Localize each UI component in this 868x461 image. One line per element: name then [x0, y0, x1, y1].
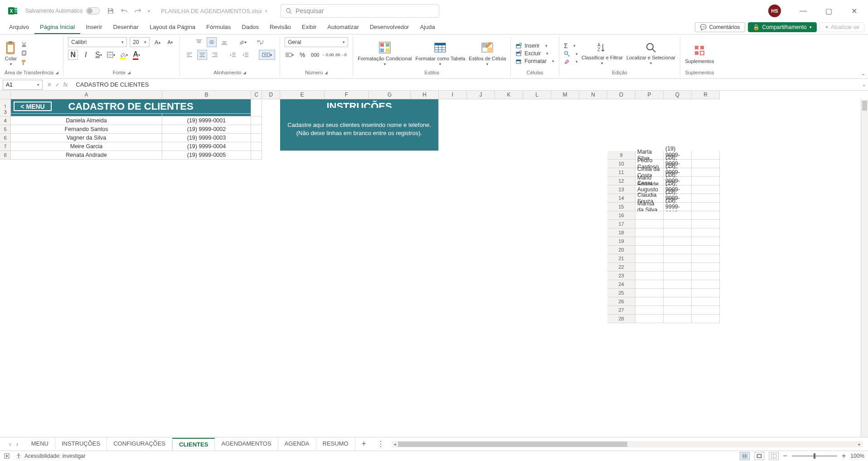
qat-customize-icon[interactable]: ▾ [148, 9, 150, 14]
cell-M7[interactable] [551, 142, 579, 151]
collapse-ribbon-icon[interactable]: ⌄ [861, 71, 865, 77]
cell-M3[interactable] [551, 108, 579, 116]
cell-A26[interactable] [635, 297, 664, 306]
font-size-combo[interactable]: 20▾ [130, 37, 150, 47]
cell-G18[interactable] [251, 237, 262, 246]
cell-G19[interactable] [251, 246, 262, 254]
cell-Q26[interactable] [551, 306, 579, 315]
cell-L16[interactable] [411, 220, 439, 228]
cell-J25[interactable] [325, 297, 369, 306]
cell-I21[interactable] [280, 263, 325, 272]
cell-E14[interactable] [11, 203, 162, 211]
cell-G28[interactable] [251, 323, 262, 332]
cell-O18[interactable] [495, 237, 523, 246]
cell-F23[interactable] [162, 280, 251, 289]
ribbon-tab-exibir[interactable]: Exibir [296, 22, 322, 34]
cell-B23[interactable] [664, 272, 692, 280]
cell-J3[interactable] [467, 108, 495, 116]
cell-L13[interactable] [411, 194, 439, 203]
cell-N19[interactable] [467, 246, 495, 254]
clear-button[interactable]: ▾ [564, 58, 578, 65]
cell-K8[interactable] [369, 151, 411, 160]
save-icon[interactable] [107, 7, 114, 15]
cell-J11[interactable] [325, 177, 369, 185]
scroll-right-icon[interactable]: ▸ [856, 442, 863, 446]
cell-M23[interactable] [439, 280, 467, 289]
cell-H15[interactable] [262, 211, 280, 220]
cell-H19[interactable] [262, 246, 280, 254]
cell-N17[interactable] [467, 228, 495, 237]
cell-Q5[interactable] [664, 125, 692, 134]
format-as-table-button[interactable]: Formatar como Tabela▾ [415, 40, 465, 66]
cell-P20[interactable] [523, 254, 551, 263]
sheet-menu-icon[interactable]: ⋮ [373, 440, 389, 448]
cell-styles-button[interactable]: Estilos de Célula▾ [469, 40, 506, 66]
cell-K11[interactable] [369, 177, 411, 185]
cell-M10[interactable] [439, 168, 467, 177]
cell-L14[interactable] [411, 203, 439, 211]
horizontal-scrollbar[interactable]: ◂ ▸ [392, 441, 863, 447]
decrease-indent-icon[interactable] [228, 50, 238, 60]
row-header-5[interactable]: 5 [0, 125, 11, 134]
cell-P26[interactable] [523, 306, 551, 315]
align-bottom-icon[interactable] [219, 37, 229, 47]
cell-R27[interactable] [579, 315, 607, 323]
increase-font-icon[interactable]: A▴ [152, 37, 162, 47]
cell-F15[interactable] [162, 211, 251, 220]
catch-up-button[interactable]: ✦ Atualizar-se [820, 22, 864, 32]
cell-C17[interactable] [692, 220, 720, 228]
cell-C20[interactable] [692, 246, 720, 254]
cell-O25[interactable] [495, 297, 523, 306]
cell-J22[interactable] [325, 272, 369, 280]
cell-F11[interactable] [162, 177, 251, 185]
accessibility-status[interactable]: Acessibilidade: investigar [24, 453, 86, 459]
normal-view-icon[interactable] [740, 452, 750, 460]
cell-P27[interactable] [523, 315, 551, 323]
insert-function-icon[interactable]: fx [63, 82, 68, 88]
cell-R15[interactable] [579, 211, 607, 220]
cell-P16[interactable] [523, 220, 551, 228]
cell-C16[interactable] [692, 211, 720, 220]
cell-G27[interactable] [251, 315, 262, 323]
cell-K6[interactable] [495, 134, 523, 142]
row-header-16[interactable]: 16 [607, 211, 635, 220]
cell-M16[interactable] [439, 220, 467, 228]
cell-J26[interactable] [325, 306, 369, 315]
cell-E9[interactable] [11, 160, 162, 168]
cell-I14[interactable] [280, 203, 325, 211]
cell-R20[interactable] [579, 254, 607, 263]
cell-H20[interactable] [262, 254, 280, 263]
cell-D17[interactable] [0, 228, 11, 237]
zoom-in-button[interactable]: + [842, 452, 846, 460]
autosave-toggle[interactable]: Salvamento Automático [25, 7, 100, 15]
cell-Q11[interactable] [551, 177, 579, 185]
cell-I11[interactable] [280, 177, 325, 185]
cell-A27[interactable] [635, 306, 664, 315]
cell-O11[interactable] [495, 177, 523, 185]
zoom-out-button[interactable]: − [783, 452, 787, 460]
cell-F20[interactable] [162, 254, 251, 263]
cell-C5[interactable] [251, 125, 262, 134]
cell-K16[interactable] [369, 220, 411, 228]
row-header-19[interactable]: 19 [607, 237, 635, 246]
cell-P12[interactable] [523, 185, 551, 194]
cell-K4[interactable] [495, 116, 523, 125]
cell-D28[interactable] [0, 323, 11, 332]
cell-L5[interactable] [523, 125, 551, 134]
cell-N8[interactable] [467, 151, 495, 160]
cell-K21[interactable] [369, 263, 411, 272]
cell-D6[interactable] [262, 134, 280, 142]
cell-C7[interactable] [251, 142, 262, 151]
cell-I17[interactable] [280, 228, 325, 237]
cell-G13[interactable] [251, 194, 262, 203]
cell-F18[interactable] [162, 237, 251, 246]
cell-L20[interactable] [411, 254, 439, 263]
cell-C3[interactable] [251, 108, 262, 116]
cell-R16[interactable] [579, 220, 607, 228]
sheet-tab-configurações[interactable]: CONFIGURAÇÕES [107, 438, 172, 450]
cell-M11[interactable] [439, 177, 467, 185]
cell-D9[interactable] [0, 160, 11, 168]
cell-N27[interactable] [467, 315, 495, 323]
cell-P22[interactable] [523, 272, 551, 280]
cell-N6[interactable] [579, 134, 607, 142]
